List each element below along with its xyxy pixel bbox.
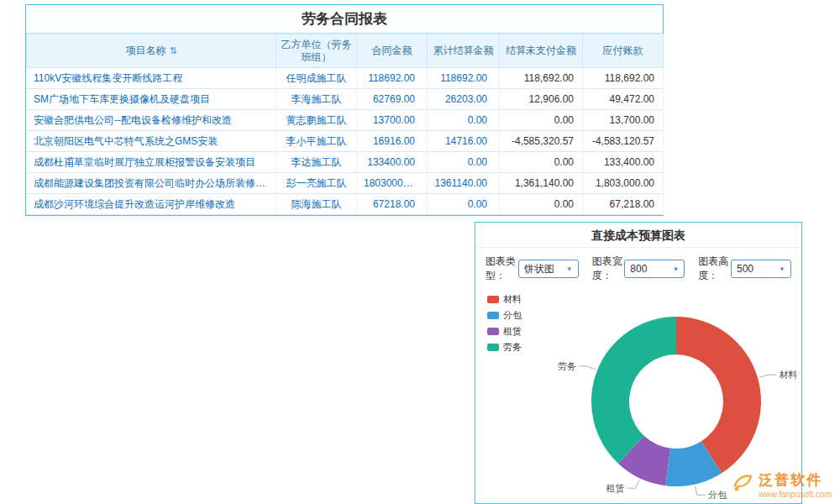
- column-header[interactable]: 合同金额: [357, 34, 428, 68]
- chart-height-control: 图表高度： 500 ▼: [698, 255, 791, 283]
- cell-contract: 13700.00: [357, 110, 428, 131]
- legend-item[interactable]: 材料: [487, 293, 522, 306]
- cell-unit: 李海施工队: [276, 89, 357, 110]
- chart-height-select[interactable]: 500 ▼: [731, 260, 791, 278]
- table-row: 北京朝阳区电气中芯特气系统之GMS安装李小平施工队16916.0014716.0…: [27, 131, 664, 152]
- cell-contract: 67218.00: [357, 194, 428, 215]
- cell-settled: 118692.00: [428, 68, 500, 89]
- table-row: 成都能源建设集团投资有限公司临时办公场所装修改造工程EPC彭一亮施工队18030…: [27, 173, 664, 194]
- cell-project[interactable]: 成都沙河环境综合提升改造运河护岸维修改造: [27, 194, 276, 215]
- cell-settled: 0.00: [428, 152, 500, 173]
- watermark-url: www.fanpusoft.com: [759, 490, 832, 499]
- report-title: 劳务合同报表: [26, 5, 663, 34]
- cell-contract: 133400.00: [357, 152, 428, 173]
- legend-label: 劳务: [503, 341, 522, 354]
- cell-unit: 彭一亮施工队: [276, 173, 357, 194]
- label-line: [627, 480, 640, 488]
- cell-contract: 118692.00: [357, 68, 428, 89]
- cell-payable: 67,218.00: [583, 194, 664, 215]
- chart-width-value: 800: [630, 263, 647, 275]
- sort-icon[interactable]: ⇅: [169, 45, 176, 55]
- cell-project[interactable]: 110kV安徽线程集变开断线路工程: [27, 68, 276, 89]
- slice-label: 分包: [708, 490, 727, 500]
- cell-payable: 118,692.00: [583, 68, 664, 89]
- label-line: [579, 366, 596, 370]
- legend-item[interactable]: 劳务: [487, 341, 522, 354]
- chevron-down-icon: ▼: [672, 265, 679, 273]
- cell-unit: 陈海施工队: [276, 194, 357, 215]
- column-header[interactable]: 项目名称⇅: [27, 34, 276, 68]
- chart-type-control: 图表类型： 饼状图 ▼: [486, 255, 579, 283]
- chart-controls: 图表类型： 饼状图 ▼ 图表宽度： 800 ▼ 图表高度： 500 ▼: [475, 248, 801, 290]
- chart-width-label: 图表宽度：: [592, 255, 625, 283]
- cell-unit: 李小平施工队: [276, 131, 357, 152]
- report-table-header: 项目名称⇅乙方单位（劳务班组）合同金额累计结算金额结算未支付金额应付账款: [27, 34, 664, 68]
- label-line: [696, 486, 706, 496]
- table-row: SM广场地下车库更换摄像机及硬盘项目李海施工队62769.0026203.001…: [27, 89, 664, 110]
- legend-swatch: [487, 328, 499, 335]
- chart-type-select[interactable]: 饼状图 ▼: [518, 260, 579, 278]
- cell-settled: 14716.00: [428, 131, 500, 152]
- chart-width-select[interactable]: 800 ▼: [624, 260, 685, 278]
- table-row: 110kV安徽线程集变开断线路工程任明成施工队118692.00118692.0…: [27, 68, 664, 89]
- cell-contract: 1803000.00: [357, 173, 428, 194]
- column-header[interactable]: 结算未支付金额: [500, 34, 583, 68]
- pie-slice-劳务[interactable]: [591, 317, 676, 464]
- cell-unpaid: 1,361,140.00: [500, 173, 583, 194]
- cell-contract: 62769.00: [357, 89, 428, 110]
- chart-legend: 材料分包租赁劳务: [487, 293, 522, 354]
- legend-label: 分包: [503, 309, 522, 322]
- chart-type-label: 图表类型：: [486, 255, 518, 283]
- cell-project[interactable]: SM广场地下车库更换摄像机及硬盘项目: [27, 89, 276, 110]
- table-row: 成都沙河环境综合提升改造运河护岸维修改造陈海施工队67218.000.000.0…: [27, 194, 664, 215]
- cell-unit: 任明成施工队: [276, 68, 357, 89]
- table-row: 成都杜甫草堂临时展厅独立展柜报警设备安装项目李达施工队133400.000.00…: [27, 152, 664, 173]
- cell-unpaid: 0.00: [500, 194, 583, 215]
- cell-payable: 13,700.00: [583, 110, 664, 131]
- chevron-down-icon: ▼: [779, 265, 785, 273]
- legend-label: 材料: [503, 293, 522, 306]
- chart-height-value: 500: [737, 263, 753, 275]
- chart-height-label: 图表高度：: [698, 255, 731, 283]
- chart-type-value: 饼状图: [524, 262, 554, 276]
- slice-label: 劳务: [558, 361, 576, 371]
- cell-project[interactable]: 安徽合肥供电公司--配电设备检修维护和改造: [27, 110, 276, 131]
- cell-project[interactable]: 成都杜甫草堂临时展厅独立展柜报警设备安装项目: [27, 152, 276, 173]
- chart-title: 直接成本预算图表: [475, 223, 801, 248]
- legend-swatch: [487, 344, 499, 351]
- chevron-down-icon: ▼: [566, 265, 573, 273]
- watermark: 泛普软件 www.fanpusoft.com: [732, 470, 832, 499]
- cell-project[interactable]: 北京朝阳区电气中芯特气系统之GMS安装: [27, 131, 276, 152]
- watermark-brand: 泛普软件: [759, 470, 832, 490]
- cell-settled: 0.00: [428, 194, 500, 215]
- labor-contract-report-panel: 劳务合同报表 项目名称⇅乙方单位（劳务班组）合同金额累计结算金额结算未支付金额应…: [25, 4, 664, 216]
- column-header[interactable]: 应付账款: [583, 34, 664, 68]
- cell-unpaid: 0.00: [500, 152, 583, 173]
- cell-project[interactable]: 成都能源建设集团投资有限公司临时办公场所装修改造工程EPC: [27, 173, 276, 194]
- cell-payable: 133,400.00: [583, 152, 664, 173]
- label-line: [759, 375, 777, 377]
- column-header[interactable]: 乙方单位（劳务班组）: [276, 34, 357, 68]
- report-table: 项目名称⇅乙方单位（劳务班组）合同金额累计结算金额结算未支付金额应付账款 110…: [26, 34, 664, 215]
- legend-item[interactable]: 租赁: [487, 325, 522, 338]
- slice-label: 材料: [780, 370, 798, 380]
- legend-label: 租赁: [503, 325, 522, 338]
- cell-unpaid: -4,585,320.57: [500, 131, 583, 152]
- chart-width-control: 图表宽度： 800 ▼: [592, 255, 685, 283]
- cell-payable: 1,803,000.00: [583, 173, 664, 194]
- column-header[interactable]: 累计结算金额: [428, 34, 500, 68]
- cell-settled: 1361140.00: [428, 173, 500, 194]
- cell-unit: 李达施工队: [276, 152, 357, 173]
- cell-contract: 16916.00: [357, 131, 428, 152]
- cell-unpaid: 0.00: [500, 110, 583, 131]
- cell-unit: 黄志鹏施工队: [276, 110, 357, 131]
- cost-budget-chart-panel: 直接成本预算图表 图表类型： 饼状图 ▼ 图表宽度： 800 ▼ 图表高度： 5…: [475, 222, 802, 504]
- cell-settled: 26203.00: [428, 89, 500, 110]
- table-row: 安徽合肥供电公司--配电设备检修维护和改造黄志鹏施工队13700.000.000…: [27, 110, 664, 131]
- cell-unpaid: 12,906.00: [500, 89, 583, 110]
- legend-item[interactable]: 分包: [487, 309, 522, 322]
- cell-settled: 0.00: [428, 110, 500, 131]
- legend-swatch: [487, 296, 499, 303]
- fanpu-logo-icon: [732, 472, 753, 497]
- cell-payable: -4,583,120.57: [583, 131, 664, 152]
